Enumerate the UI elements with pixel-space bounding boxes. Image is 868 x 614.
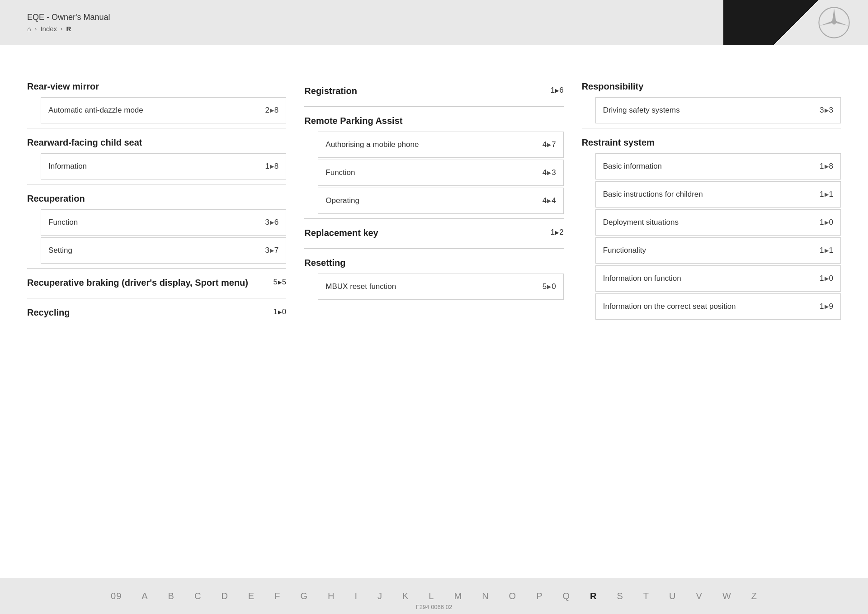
entry-label-2-1-3: Functionality bbox=[603, 246, 820, 255]
breadcrumb-current: R bbox=[66, 25, 71, 33]
section-page-1-0[interactable]: 1▶6 bbox=[551, 86, 564, 95]
arrow-icon: ▶ bbox=[547, 142, 551, 148]
entry-2-0-0[interactable]: Driving safety systems3▶3 bbox=[595, 97, 841, 123]
entry-2-1-2[interactable]: Deployment situations1▶0 bbox=[595, 209, 841, 236]
footer: 09ABCDEFGHIJKLMNOPQRSTUVWZ F294 0066 02 bbox=[0, 578, 868, 614]
entry-page-0-1-0: 1▶8 bbox=[265, 162, 278, 171]
entry-2-1-3[interactable]: Functionality1▶1 bbox=[595, 237, 841, 264]
alpha-A[interactable]: A bbox=[132, 591, 158, 601]
section-title-1-2: Replacement key bbox=[304, 228, 550, 238]
alpha-Z[interactable]: Z bbox=[741, 591, 767, 601]
arrow-icon: ▶ bbox=[270, 219, 274, 226]
arrow-icon: ▶ bbox=[825, 219, 829, 226]
alphabet-bar: 09ABCDEFGHIJKLMNOPQRSTUVWZ bbox=[0, 591, 868, 601]
alpha-B[interactable]: B bbox=[158, 591, 184, 601]
alpha-D[interactable]: D bbox=[211, 591, 238, 601]
entry-label-1-1-2: Operating bbox=[326, 196, 542, 205]
alpha-R[interactable]: R bbox=[580, 591, 607, 601]
entry-0-0-0[interactable]: Automatic anti-dazzle mode2▶8 bbox=[41, 97, 286, 123]
alpha-H[interactable]: H bbox=[318, 591, 344, 601]
entry-label-2-1-2: Deployment situations bbox=[603, 218, 820, 227]
alpha-P[interactable]: P bbox=[526, 591, 552, 601]
section-title-0-4: Recycling bbox=[27, 307, 273, 318]
entry-page-1-1-2: 4▶4 bbox=[542, 196, 556, 205]
section-page-1-2[interactable]: 1▶2 bbox=[551, 228, 564, 237]
entry-page-2-1-1: 1▶1 bbox=[820, 190, 833, 199]
column-0: Rear-view mirrorAutomatic anti-dazzle mo… bbox=[27, 72, 286, 323]
alpha-09[interactable]: 09 bbox=[101, 591, 132, 601]
alpha-M[interactable]: M bbox=[444, 591, 472, 601]
section-title-0-0: Rear-view mirror bbox=[27, 72, 286, 97]
manual-title: EQE - Owner's Manual bbox=[27, 13, 110, 22]
breadcrumb-index[interactable]: Index bbox=[40, 25, 57, 33]
entry-2-1-5[interactable]: Information on the correct seat position… bbox=[595, 293, 841, 320]
breadcrumb-sep-2: › bbox=[61, 25, 62, 32]
alpha-V[interactable]: V bbox=[686, 591, 712, 601]
alpha-O[interactable]: O bbox=[499, 591, 527, 601]
entry-page-2-1-0: 1▶8 bbox=[820, 162, 833, 171]
arrow-icon: ▶ bbox=[547, 198, 551, 204]
entry-1-3-0[interactable]: MBUX reset function5▶0 bbox=[318, 274, 563, 300]
entry-page-0-0-0: 2▶8 bbox=[265, 106, 278, 115]
alpha-U[interactable]: U bbox=[659, 591, 686, 601]
entry-page-0-2-0: 3▶6 bbox=[265, 218, 278, 227]
arrow-icon: ▶ bbox=[270, 247, 274, 254]
alpha-C[interactable]: C bbox=[184, 591, 211, 601]
alpha-I[interactable]: I bbox=[344, 591, 368, 601]
alpha-T[interactable]: T bbox=[633, 591, 659, 601]
entry-label-2-1-5: Information on the correct seat position bbox=[603, 302, 820, 311]
entry-0-2-1[interactable]: Setting3▶7 bbox=[41, 237, 286, 264]
alpha-G[interactable]: G bbox=[290, 591, 318, 601]
entry-1-1-2[interactable]: Operating4▶4 bbox=[318, 188, 563, 214]
entry-1-1-0[interactable]: Authorising a mobile phone4▶7 bbox=[318, 132, 563, 158]
entry-label-2-1-1: Basic instructions for children bbox=[603, 190, 820, 199]
entry-2-1-1[interactable]: Basic instructions for children1▶1 bbox=[595, 181, 841, 208]
entry-label-1-1-0: Authorising a mobile phone bbox=[326, 140, 542, 149]
svg-point-2 bbox=[832, 21, 836, 24]
alpha-N[interactable]: N bbox=[472, 591, 499, 601]
entry-page-2-1-4: 1▶0 bbox=[820, 274, 833, 283]
breadcrumb-sep-1: › bbox=[35, 25, 37, 32]
entry-1-1-1[interactable]: Function4▶3 bbox=[318, 160, 563, 186]
entry-label-0-0-0: Automatic anti-dazzle mode bbox=[48, 106, 265, 115]
section-title-1-3: Resetting bbox=[304, 248, 563, 274]
entry-0-2-0[interactable]: Function3▶6 bbox=[41, 209, 286, 236]
entry-2-1-4[interactable]: Information on function1▶0 bbox=[595, 265, 841, 292]
arrow-icon: ▶ bbox=[270, 107, 274, 113]
entry-page-1-1-1: 4▶3 bbox=[542, 168, 556, 177]
arrow-icon: ▶ bbox=[270, 163, 274, 170]
entry-page-2-1-3: 1▶1 bbox=[820, 246, 833, 255]
alpha-E[interactable]: E bbox=[238, 591, 264, 601]
entry-label-2-1-0: Basic information bbox=[603, 162, 820, 171]
header-left: EQE - Owner's Manual ⌂ › Index › R bbox=[27, 13, 110, 33]
index-columns: Rear-view mirrorAutomatic anti-dazzle mo… bbox=[27, 72, 841, 323]
alpha-L[interactable]: L bbox=[419, 591, 444, 601]
alpha-S[interactable]: S bbox=[607, 591, 633, 601]
column-1: Registration1▶6Remote Parking AssistAuth… bbox=[304, 72, 563, 323]
alpha-Q[interactable]: Q bbox=[553, 591, 580, 601]
main-content: Rear-view mirrorAutomatic anti-dazzle mo… bbox=[0, 45, 868, 578]
alpha-F[interactable]: F bbox=[264, 591, 290, 601]
arrow-icon: ▶ bbox=[825, 107, 829, 113]
arrow-icon: ▶ bbox=[547, 170, 551, 176]
header: EQE - Owner's Manual ⌂ › Index › R bbox=[0, 0, 868, 45]
alpha-W[interactable]: W bbox=[712, 591, 741, 601]
entry-label-1-1-1: Function bbox=[326, 168, 542, 177]
home-icon[interactable]: ⌂ bbox=[27, 25, 31, 33]
footer-code: F294 0066 02 bbox=[416, 604, 452, 610]
section-page-0-3[interactable]: 5▶5 bbox=[273, 278, 286, 287]
entry-page-2-1-2: 1▶0 bbox=[820, 218, 833, 227]
entry-2-1-0[interactable]: Basic information1▶8 bbox=[595, 153, 841, 179]
mercedes-logo bbox=[818, 7, 850, 38]
entry-0-1-0[interactable]: Information1▶8 bbox=[41, 153, 286, 179]
logo-area bbox=[723, 0, 868, 45]
entry-label-2-1-4: Information on function bbox=[603, 274, 820, 283]
alpha-J[interactable]: J bbox=[368, 591, 392, 601]
section-title-2-0: Responsibility bbox=[582, 72, 841, 97]
entry-page-1-3-0: 5▶0 bbox=[542, 282, 556, 291]
arrow-icon: ▶ bbox=[825, 247, 829, 254]
alpha-K[interactable]: K bbox=[392, 591, 419, 601]
entry-page-2-0-0: 3▶3 bbox=[820, 106, 833, 115]
entry-page-2-1-5: 1▶9 bbox=[820, 302, 833, 311]
section-page-0-4[interactable]: 1▶0 bbox=[273, 307, 286, 316]
